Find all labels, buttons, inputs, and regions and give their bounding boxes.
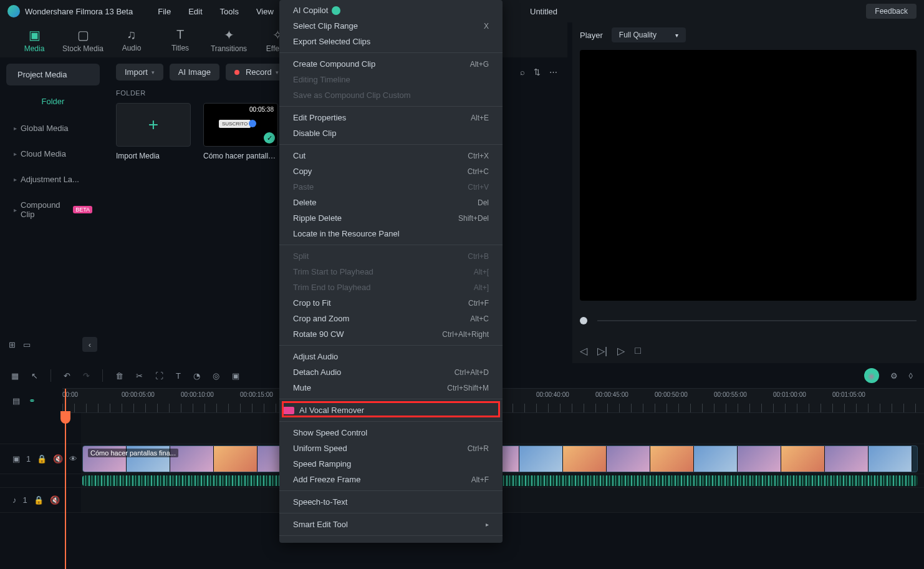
keyframe-icon[interactable]: ▣ xyxy=(232,371,239,381)
split-icon[interactable]: ✂ xyxy=(136,371,143,381)
audio-waveform-track[interactable] xyxy=(81,474,924,487)
mute-icon[interactable]: 🔇 xyxy=(50,495,60,505)
menu-view[interactable]: View xyxy=(256,7,274,16)
ctx-cut[interactable]: CutCtrl+X xyxy=(279,148,503,163)
playhead[interactable] xyxy=(65,389,66,569)
ctx-editing-timeline: Editing Timeline xyxy=(279,72,503,87)
sidebar-project-media[interactable]: Project Media xyxy=(6,64,100,85)
ctx-delete[interactable]: DeleteDel xyxy=(279,195,503,210)
sidebar-global-media[interactable]: ▸Global Media xyxy=(6,117,100,139)
grid-icon[interactable]: ▦ xyxy=(11,371,19,381)
video-track-1[interactable]: Cómo hacer pantallas fina... xyxy=(81,444,924,474)
menu-tools[interactable]: Tools xyxy=(220,7,239,16)
tab-transitions[interactable]: ✦Transitions xyxy=(207,27,251,53)
ctx-adjust-audio[interactable]: Adjust Audio xyxy=(279,349,503,364)
track-view-icon[interactable]: ▤ xyxy=(12,396,20,406)
sidebar-cloud-media[interactable]: ▸Cloud Media xyxy=(6,143,100,165)
tab-titles[interactable]: TTitles xyxy=(158,27,202,52)
tab-stock-media[interactable]: ▢Stock Media xyxy=(61,27,105,53)
feedback-button[interactable]: Feedback xyxy=(866,4,917,19)
ctx-ai-vocal-remover[interactable]: AI Vocal Remover xyxy=(279,402,503,418)
sidebar-adjustment-layer[interactable]: ▸Adjustment La... xyxy=(6,168,100,190)
menu-file[interactable]: File xyxy=(158,7,171,16)
chevron-down-icon: ▾ xyxy=(675,32,678,39)
player-controls xyxy=(580,303,917,338)
ctx-speed-ramping[interactable]: Speed Ramping xyxy=(279,456,503,472)
record-dropdown[interactable]: Record▾ xyxy=(226,64,287,80)
menu-edit[interactable]: Edit xyxy=(188,7,202,16)
ctx-crop-zoom[interactable]: Crop and ZoomAlt+C xyxy=(279,311,503,326)
ctx-crop-fit[interactable]: Crop to FitCtrl+F xyxy=(279,295,503,311)
crop-icon[interactable]: ⛶ xyxy=(155,371,163,381)
seek-bar[interactable] xyxy=(597,320,917,321)
ai-badge-icon[interactable]: ◉ xyxy=(864,368,879,383)
audio-track-head: ♪1 🔒 🔇 xyxy=(0,488,81,512)
quality-dropdown[interactable]: Full Quality▾ xyxy=(612,27,686,42)
audio-track-icon[interactable]: ♪ xyxy=(12,495,17,505)
ctx-locate-resource[interactable]: Locate in the Resource Panel xyxy=(279,226,503,241)
lock-icon[interactable]: 🔒 xyxy=(37,454,47,464)
chevron-down-icon: ▾ xyxy=(152,69,155,75)
prev-frame-icon[interactable]: ◁ xyxy=(580,345,587,357)
folder-icon[interactable]: ▭ xyxy=(23,340,31,349)
ctx-detach-audio[interactable]: Detach AudioCtrl+Alt+D xyxy=(279,364,503,380)
more-icon[interactable]: ⋯ xyxy=(549,67,557,77)
media-icon: ▣ xyxy=(29,27,41,42)
plus-icon: + xyxy=(148,115,158,135)
settings-icon[interactable]: ⚙ xyxy=(890,371,898,381)
marker-icon[interactable]: ◊ xyxy=(909,371,913,381)
ctx-mute[interactable]: MuteCtrl+Shift+M xyxy=(279,380,503,396)
video-track-icon[interactable]: ▣ xyxy=(12,454,20,464)
beta-badge: BETA xyxy=(73,206,92,213)
ctx-edit-properties[interactable]: Edit PropertiesAlt+E xyxy=(279,110,503,125)
ai-image-button[interactable]: AI Image xyxy=(170,64,219,80)
ctx-copy[interactable]: CopyCtrl+C xyxy=(279,163,503,179)
ctx-speech-to-text[interactable]: Speech-to-Text xyxy=(279,494,503,510)
redo-icon[interactable]: ↷ xyxy=(83,371,90,381)
lock-icon[interactable]: 🔒 xyxy=(34,495,44,505)
speed-icon[interactable]: ◔ xyxy=(193,371,200,381)
ctx-rotate-90[interactable]: Rotate 90 CWCtrl+Alt+Right xyxy=(279,326,503,342)
ctx-ai-copilot[interactable]: AI Copilot xyxy=(279,2,503,18)
filter-icon[interactable]: ⇅ xyxy=(534,67,541,77)
ctx-add-freeze-frame[interactable]: Add Freeze FrameAlt+F xyxy=(279,472,503,487)
color-icon[interactable]: ◎ xyxy=(213,371,219,381)
search-icon[interactable]: ⌕ xyxy=(520,67,525,77)
import-media-tile[interactable]: + Import Media xyxy=(116,103,191,160)
playhead-handle[interactable] xyxy=(60,411,70,424)
import-dropdown[interactable]: Import▾ xyxy=(116,64,163,80)
tab-audio[interactable]: ♫Audio xyxy=(110,27,153,52)
ctx-ripple-delete[interactable]: Ripple DeleteShift+Del xyxy=(279,210,503,226)
seek-position[interactable] xyxy=(580,317,587,324)
ctx-smart-edit-tool[interactable]: Smart Edit Tool▸ xyxy=(279,517,503,532)
text-icon[interactable]: T xyxy=(176,371,181,381)
video-track-head: ▣1 🔒 🔇 👁 xyxy=(0,444,81,474)
mute-icon[interactable]: 🔇 xyxy=(53,454,63,464)
ctx-export-selected[interactable]: Export Selected Clips xyxy=(279,34,503,49)
ctx-select-clip-range[interactable]: Select Clip RangeX xyxy=(279,18,503,34)
sidebar-collapse-button[interactable]: ‹ xyxy=(82,337,97,352)
folder-add-icon[interactable]: ⊞ xyxy=(9,340,16,349)
ctx-disable-clip[interactable]: Disable Clip xyxy=(279,125,503,141)
undo-icon[interactable]: ↶ xyxy=(64,371,70,381)
play-icon[interactable]: ▷ xyxy=(617,345,625,357)
ctx-create-compound[interactable]: Create Compound ClipAlt+G xyxy=(279,56,503,72)
link-icon[interactable]: ⚭ xyxy=(29,396,36,406)
stock-icon: ▢ xyxy=(77,27,89,42)
audio-track-1[interactable] xyxy=(81,488,924,512)
cursor-icon[interactable]: ↖ xyxy=(31,371,38,381)
sidebar-compound-clip[interactable]: ▸Compound ClipBETA xyxy=(6,194,100,225)
ctx-show-speed-control[interactable]: Show Speed Control xyxy=(279,425,503,440)
sidebar-folder[interactable]: Folder xyxy=(6,89,100,114)
ctx-uniform-speed[interactable]: Uniform SpeedCtrl+R xyxy=(279,440,503,456)
eye-icon[interactable]: 👁 xyxy=(69,454,77,464)
media-clip-tile[interactable]: 00:05:38 SUSCRITO ✓ Cómo hacer pantallas… xyxy=(203,103,278,160)
stop-icon[interactable]: □ xyxy=(635,345,641,356)
player-panel: Player Full Quality▾ ◁ ▷| ▷ □ xyxy=(572,22,924,363)
next-frame-icon[interactable]: ▷| xyxy=(597,345,607,357)
app-icon xyxy=(7,5,20,17)
player-canvas[interactable] xyxy=(580,50,917,301)
tab-media[interactable]: ▣Media xyxy=(12,27,56,53)
ctx-color-match[interactable]: Color MatchAlt+M xyxy=(279,539,503,543)
delete-icon[interactable]: 🗑 xyxy=(115,371,123,381)
